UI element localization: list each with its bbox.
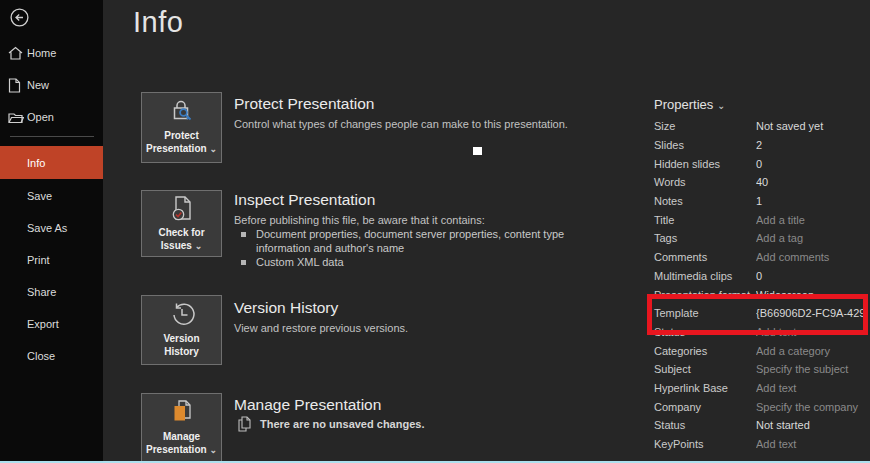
property-row-company: CompanySpecify the company [654, 397, 868, 416]
sidebar-item-close[interactable]: Close [0, 340, 103, 372]
sidebar-item-label: New [27, 79, 49, 91]
sidebar-item-save[interactable]: Save [0, 180, 103, 212]
property-label: Hidden slides [654, 158, 756, 170]
sidebar-item-save-as[interactable]: Save As [0, 212, 103, 244]
sidebar-item-label: Save As [27, 222, 67, 234]
property-value[interactable]: Add text [756, 326, 868, 338]
button-label: ProtectPresentation ⌄ [146, 129, 217, 156]
property-row-hyperlink-base: Hyperlink BaseAdd text [654, 379, 868, 398]
button-label: Check forIssues ⌄ [158, 226, 204, 253]
property-value: Widescreen [756, 289, 868, 301]
manage-presentation-button[interactable]: ManagePresentation ⌄ [141, 393, 222, 463]
property-value: 0 [756, 158, 868, 170]
property-value[interactable]: Add a tag [756, 232, 868, 244]
check-for-issues-button[interactable]: Check forIssues ⌄ [141, 190, 222, 257]
property-row-presentation-format: Presentation formatWidescreen [654, 285, 868, 304]
protect-presentation-button[interactable]: ProtectPresentation ⌄ [141, 92, 222, 163]
back-button[interactable] [10, 8, 29, 27]
property-row-hidden-slides: Hidden slides0 [654, 154, 868, 173]
bullet-square-icon [241, 260, 246, 265]
sidebar-item-label: Export [27, 318, 59, 330]
version-section-heading: Version History [234, 299, 338, 317]
chevron-down-icon: ⌄ [195, 241, 203, 251]
button-label: ManagePresentation ⌄ [146, 430, 217, 457]
properties-dropdown[interactable]: Properties ⌄ [654, 97, 725, 112]
sidebar-item-label: Print [27, 254, 50, 266]
property-value: 2 [756, 139, 868, 151]
back-icon [10, 8, 29, 27]
sidebar-item-new[interactable]: New [0, 69, 103, 101]
property-row-template: Template{B66906D2-FC9A-429A-… [654, 304, 868, 323]
property-value: 0 [756, 270, 868, 282]
sidebar-item-print[interactable]: Print [0, 244, 103, 276]
sidebar-item-export[interactable]: Export [0, 308, 103, 340]
property-row-comments: CommentsAdd comments [654, 248, 868, 267]
property-row-categories: CategoriesAdd a category [654, 341, 868, 360]
property-label: Template [654, 307, 756, 319]
unsaved-changes-row: There are no unsaved changes. [237, 416, 424, 432]
property-value[interactable]: Specify the subject [756, 363, 868, 375]
button-label: VersionHistory [163, 332, 199, 358]
property-row-slides: Slides2 [654, 136, 868, 155]
document-pages-icon [237, 416, 251, 432]
property-value: {B66906D2-FC9A-429A-… [756, 307, 868, 319]
sidebar-item-label: Home [27, 47, 56, 59]
version-history-icon [168, 302, 196, 328]
property-label: Notes [654, 195, 756, 207]
property-label: Company [654, 401, 756, 413]
inspect-bullet-item: Document properties, document server pro… [241, 228, 586, 256]
new-document-icon [8, 77, 24, 93]
property-row-status2: StatusNot started [654, 416, 868, 435]
property-row-tags: TagsAdd a tag [654, 229, 868, 248]
sidebar: Home New Open Info Sa [0, 0, 103, 463]
bullet-text: Document properties, document server pro… [256, 228, 586, 256]
property-value[interactable]: Add text [756, 382, 868, 394]
property-row-multimedia-clips: Multimedia clips0 [654, 267, 868, 286]
inspect-bullet-item: Custom XML data [241, 256, 586, 270]
property-row-words: Words40 [654, 173, 868, 192]
property-label: Size [654, 120, 756, 132]
sidebar-item-label: Info [27, 157, 45, 169]
lock-key-icon [168, 99, 195, 125]
property-label: Tags [654, 232, 756, 244]
property-label: Comments [654, 251, 756, 263]
property-label: Status [654, 326, 756, 338]
property-label: Status [654, 419, 756, 431]
property-value: 1 [756, 195, 868, 207]
property-value: Not saved yet [756, 120, 868, 132]
property-value[interactable]: Add comments [756, 251, 868, 263]
sidebar-divider [10, 136, 94, 137]
sidebar-item-info[interactable]: Info [0, 146, 103, 179]
unsaved-changes-text: There are no unsaved changes. [260, 418, 424, 430]
property-value[interactable]: Add a title [756, 214, 868, 226]
manage-documents-icon [170, 399, 194, 426]
property-label: KeyPoints [654, 438, 756, 450]
property-row-size: SizeNot saved yet [654, 117, 868, 136]
property-row-subject: SubjectSpecify the subject [654, 360, 868, 379]
properties-list: SizeNot saved yet Slides2 Hidden slides0… [654, 117, 868, 453]
property-row-status: StatusAdd text [654, 323, 868, 342]
sidebar-item-share[interactable]: Share [0, 276, 103, 308]
protect-section-heading: Protect Presentation [234, 95, 374, 113]
property-value[interactable]: Specify the company [756, 401, 868, 413]
sidebar-item-open[interactable]: Open [0, 101, 103, 133]
property-value[interactable]: Add a category [756, 345, 868, 357]
version-history-button[interactable]: VersionHistory [141, 295, 222, 365]
sidebar-item-label: Share [27, 286, 56, 298]
chevron-down-icon: ⌄ [717, 100, 725, 111]
property-row-notes: Notes1 [654, 192, 868, 211]
open-folder-icon [8, 109, 24, 125]
property-label: Categories [654, 345, 756, 357]
property-label: Title [654, 214, 756, 226]
sidebar-item-home[interactable]: Home [0, 37, 103, 69]
property-label: Presentation format [654, 289, 756, 301]
protect-section-description: Control what types of changes people can… [234, 118, 568, 130]
property-label: Hyperlink Base [654, 382, 756, 394]
property-value: Not started [756, 419, 868, 431]
bullet-text: Custom XML data [256, 256, 344, 270]
property-value: 40 [756, 176, 868, 188]
inspect-document-icon [169, 195, 195, 222]
property-value[interactable]: Add text [756, 438, 868, 450]
manage-section-heading: Manage Presentation [234, 396, 381, 414]
sidebar-item-label: Open [27, 111, 54, 123]
